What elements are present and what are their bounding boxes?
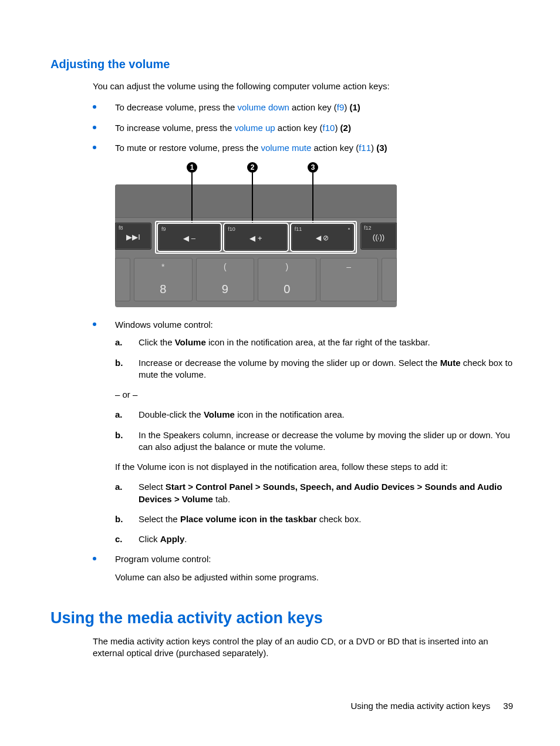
bullet-volume-down: To decrease volume, press the volume dow… — [93, 102, 513, 113]
link-volume-up[interactable]: volume up — [234, 123, 275, 133]
step-1b: b.Increase or decrease the volume by mov… — [115, 357, 513, 381]
key-f8: f8 ▶▶I — [115, 223, 151, 250]
heading-media-activity: Using the media activity action keys — [50, 609, 513, 627]
page-footer: Using the media activity action keys 39 — [351, 701, 513, 711]
if-not-displayed: If the Volume icon is not displayed in t… — [115, 461, 513, 473]
wireless-icon: ((ꜟ)) — [373, 233, 384, 241]
key-8: * 8 — [134, 258, 193, 301]
page: Adjusting the volume You can adjust the … — [0, 0, 560, 746]
step-3c: c.Click Apply. — [115, 533, 513, 545]
bullet-program-volume: Program volume control: Volume can also … — [93, 553, 513, 583]
key-f12: f12 ((ꜟ)) — [360, 223, 397, 250]
highlighted-keys-group: f9 ◀ – f10 ◀ + f11 ◀ ⊘ — [155, 221, 357, 254]
win-vol-steps-3: a.Select Start > Control Panel > Sounds,… — [115, 481, 513, 545]
link-f11[interactable]: f11 — [359, 143, 371, 153]
key-partial-left — [115, 258, 130, 301]
program-volume-text: Volume can also be adjusted within some … — [115, 572, 513, 583]
heading-adjusting-volume: Adjusting the volume — [50, 58, 513, 71]
win-vol-steps-2: a.Double-click the Volume icon in the no… — [115, 409, 513, 453]
link-volume-down[interactable]: volume down — [237, 102, 289, 112]
key-0: ) 0 — [258, 258, 316, 301]
bullet-volume-mute: To mute or restore volume, press the vol… — [93, 142, 513, 154]
callout-1: 1 — [187, 162, 197, 173]
function-key-row: f8 ▶▶I f9 ◀ – f10 ◀ + f11 ◀ ⊘ — [121, 223, 391, 252]
key-f9: f9 ◀ – — [158, 224, 221, 251]
volume-up-icon: ◀ + — [249, 234, 262, 243]
step-1a: a.Click the Volume icon in the notificat… — [115, 337, 513, 348]
callout-3: 3 — [308, 162, 318, 173]
step-3a: a.Select Start > Control Panel > Sounds,… — [115, 481, 513, 505]
volume-mute-icon: ◀ ⊘ — [316, 234, 329, 242]
page-number: 39 — [503, 701, 513, 711]
number-key-row: * 8 ( 9 ) 0 – — [121, 258, 391, 301]
step-2b: b.In the Speakers column, increase or de… — [115, 429, 513, 453]
key-minus: – — [320, 258, 379, 301]
bullet-windows-volume: Windows volume control: a.Click the Volu… — [93, 319, 513, 545]
link-volume-mute[interactable]: volume mute — [261, 143, 311, 153]
key-9: ( 9 — [196, 258, 255, 301]
win-vol-steps-1: a.Click the Volume icon in the notificat… — [115, 337, 513, 381]
key-f10: f10 ◀ + — [224, 224, 287, 251]
link-f9[interactable]: f9 — [337, 102, 345, 112]
step-3b: b.Select the Place volume icon in the ta… — [115, 513, 513, 525]
next-track-icon: ▶▶I — [126, 233, 140, 241]
keyboard-diagram: 1 2 3 f8 ▶▶I f9 ◀ – f10 ◀ + — [115, 162, 397, 307]
action-keys-list: To decrease volume, press the volume dow… — [93, 102, 513, 154]
volume-down-icon: ◀ – — [183, 234, 195, 243]
bullet-volume-up: To increase volume, press the volume up … — [93, 122, 513, 134]
secondary-list: Windows volume control: a.Click the Volu… — [93, 319, 513, 583]
step-2a: a.Double-click the Volume icon in the no… — [115, 409, 513, 421]
media-intro-text: The media activity action keys control t… — [93, 636, 513, 660]
key-f11: f11 ◀ ⊘ — [291, 224, 354, 251]
intro-text: You can adjust the volume using the foll… — [93, 80, 513, 92]
keyboard: f8 ▶▶I f9 ◀ – f10 ◀ + f11 ◀ ⊘ — [115, 184, 397, 307]
footer-section: Using the media activity action keys — [351, 701, 491, 711]
callout-2: 2 — [247, 162, 258, 173]
link-f10[interactable]: f10 — [323, 123, 335, 133]
or-separator: – or – — [115, 389, 513, 401]
key-partial-right — [382, 258, 397, 301]
